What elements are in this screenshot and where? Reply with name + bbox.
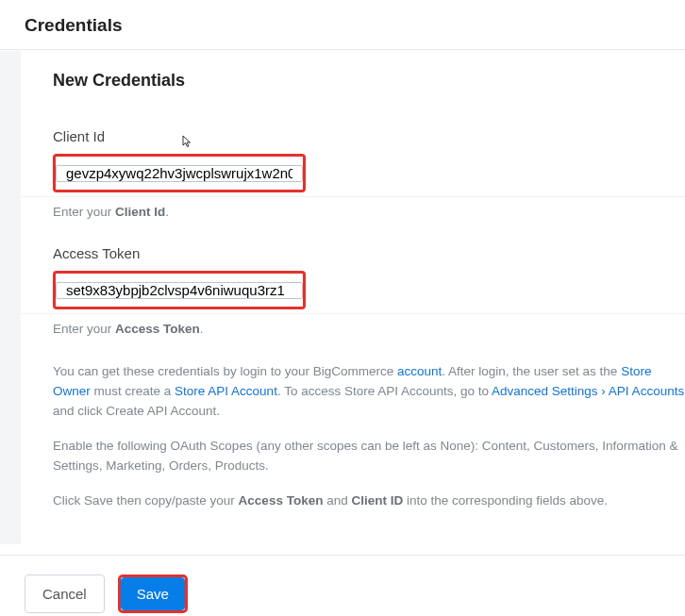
access-token-hint: Enter your Access Token. [53,322,685,336]
account-link[interactable]: account [397,364,442,378]
client-id-field: Client Id Enter your Client Id. [53,128,685,219]
client-id-label: Client Id [53,128,685,144]
access-token-field: Access Token Enter your Access Token. [53,245,685,336]
info-text-1: You can get these credentials by login t… [53,362,685,422]
cancel-button[interactable]: Cancel [25,574,105,613]
info-text-2: Enable the following OAuth Scopes (any o… [53,437,685,476]
panel-title: New Credentials [53,71,685,91]
access-token-highlight [53,271,306,309]
page-title: Credentials [25,15,660,36]
save-button[interactable]: Save [121,577,185,610]
client-id-hint: Enter your Client Id. [53,205,685,219]
access-token-input[interactable] [57,274,302,307]
advanced-settings-link[interactable]: Advanced Settings › API Accounts [492,384,684,398]
credentials-panel: New Credentials Client Id Enter your Cli… [21,50,685,555]
footer-actions: Cancel Save [0,555,685,616]
save-highlight: Save [118,574,188,613]
client-id-highlight [53,154,306,192]
access-token-label: Access Token [53,245,685,261]
page-header: Credentials [0,0,685,50]
backdrop-strip [0,51,21,544]
client-id-input[interactable] [57,157,302,190]
info-text-3: Click Save then copy/paste your Access T… [53,491,685,511]
store-api-account-link[interactable]: Store API Account [175,384,277,398]
